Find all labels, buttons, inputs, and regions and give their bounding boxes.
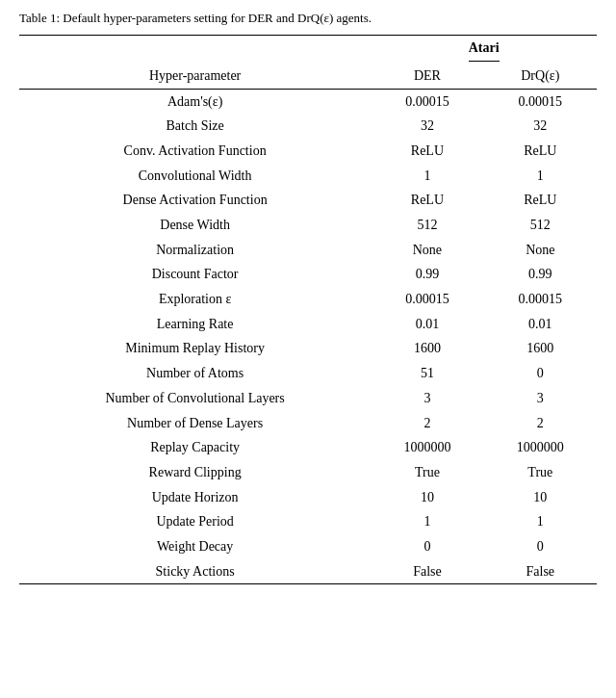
der-value-cell: 0.01 — [371, 312, 483, 337]
drq-value-cell: ReLU — [484, 139, 597, 164]
param-name-cell: Update Horizon — [19, 485, 371, 510]
der-value-cell: 0.00015 — [371, 287, 483, 312]
table-row: Convolutional Width 1 1 — [19, 164, 597, 189]
param-name-cell: Number of Atoms — [19, 361, 371, 386]
param-name-cell: Batch Size — [19, 114, 371, 139]
param-name-cell: Number of Convolutional Layers — [19, 386, 371, 411]
drq-value-cell: 0.00015 — [484, 89, 597, 114]
der-col-header: DER — [371, 64, 483, 89]
drq-value-cell: 0 — [484, 361, 597, 386]
atari-header: Atari — [371, 36, 597, 64]
table-row: Dense Activation Function ReLU ReLU — [19, 188, 597, 213]
der-value-cell: 1 — [371, 509, 483, 534]
table-row: Minimum Replay History 1600 1600 — [19, 336, 597, 361]
param-name-cell: Conv. Activation Function — [19, 139, 371, 164]
der-value-cell: 1600 — [371, 336, 483, 361]
drq-value-cell: 0 — [484, 534, 597, 559]
der-value-cell: 1000000 — [371, 435, 483, 460]
empty-header — [19, 36, 371, 64]
der-value-cell: 512 — [371, 213, 483, 238]
drq-value-cell: 1600 — [484, 336, 597, 361]
param-name-cell: Adam's(ε) — [19, 89, 371, 114]
table-row: Weight Decay 0 0 — [19, 534, 597, 559]
der-value-cell: 32 — [371, 114, 483, 139]
drq-value-cell: 10 — [484, 485, 597, 510]
table-caption: Table 1: Default hyper-parameters settin… — [19, 10, 597, 27]
der-value-cell: ReLU — [371, 188, 483, 213]
param-name-cell: Replay Capacity — [19, 435, 371, 460]
der-value-cell: None — [371, 238, 483, 263]
param-name-cell: Weight Decay — [19, 534, 371, 559]
table-row: Number of Dense Layers 2 2 — [19, 411, 597, 436]
table-row: Update Horizon 10 10 — [19, 485, 597, 510]
atari-header-row: Atari — [19, 36, 597, 64]
der-value-cell: 3 — [371, 386, 483, 411]
drq-value-cell: ReLU — [484, 188, 597, 213]
hyper-parameters-table: Atari Hyper-parameter DER DrQ(ε) Adam's(… — [19, 35, 597, 584]
table-row: Replay Capacity 1000000 1000000 — [19, 435, 597, 460]
param-name-cell: Normalization — [19, 238, 371, 263]
table-row: Number of Atoms 51 0 — [19, 361, 597, 386]
der-value-cell: False — [371, 559, 483, 584]
drq-value-cell: 1000000 — [484, 435, 597, 460]
table-row: Dense Width 512 512 — [19, 213, 597, 238]
table-row: Update Period 1 1 — [19, 509, 597, 534]
param-name-cell: Update Period — [19, 509, 371, 534]
table-row: Learning Rate 0.01 0.01 — [19, 312, 597, 337]
param-name-cell: Sticky Actions — [19, 559, 371, 584]
drq-value-cell: 3 — [484, 386, 597, 411]
table-row: Discount Factor 0.99 0.99 — [19, 262, 597, 287]
param-name-cell: Dense Activation Function — [19, 188, 371, 213]
der-value-cell: 10 — [371, 485, 483, 510]
drq-value-cell: True — [484, 460, 597, 485]
drq-value-cell: 32 — [484, 114, 597, 139]
param-name-cell: Discount Factor — [19, 262, 371, 287]
drq-value-cell: None — [484, 238, 597, 263]
drq-value-cell: 0.01 — [484, 312, 597, 337]
col-headers-row: Hyper-parameter DER DrQ(ε) — [19, 64, 597, 89]
drq-value-cell: False — [484, 559, 597, 584]
drq-value-cell: 0.00015 — [484, 287, 597, 312]
table-row: Reward Clipping True True — [19, 460, 597, 485]
der-value-cell: 1 — [371, 164, 483, 189]
table-row: Batch Size 32 32 — [19, 114, 597, 139]
table-row: Adam's(ε) 0.00015 0.00015 — [19, 89, 597, 114]
drq-value-cell: 0.99 — [484, 262, 597, 287]
table-row: Sticky Actions False False — [19, 559, 597, 584]
param-name-cell: Exploration ε — [19, 287, 371, 312]
param-name-cell: Minimum Replay History — [19, 336, 371, 361]
drq-value-cell: 1 — [484, 509, 597, 534]
drq-col-header: DrQ(ε) — [484, 64, 597, 89]
drq-value-cell: 512 — [484, 213, 597, 238]
der-value-cell: True — [371, 460, 483, 485]
drq-value-cell: 1 — [484, 164, 597, 189]
param-name-cell: Number of Dense Layers — [19, 411, 371, 436]
der-value-cell: 0 — [371, 534, 483, 559]
param-name-cell: Convolutional Width — [19, 164, 371, 189]
table-row: Number of Convolutional Layers 3 3 — [19, 386, 597, 411]
table-row: Normalization None None — [19, 238, 597, 263]
param-col-header: Hyper-parameter — [19, 64, 371, 89]
der-value-cell: 0.99 — [371, 262, 483, 287]
der-value-cell: ReLU — [371, 139, 483, 164]
der-value-cell: 0.00015 — [371, 89, 483, 114]
param-name-cell: Dense Width — [19, 213, 371, 238]
der-value-cell: 51 — [371, 361, 483, 386]
drq-value-cell: 2 — [484, 411, 597, 436]
param-name-cell: Reward Clipping — [19, 460, 371, 485]
der-value-cell: 2 — [371, 411, 483, 436]
table-row: Conv. Activation Function ReLU ReLU — [19, 139, 597, 164]
table-row: Exploration ε 0.00015 0.00015 — [19, 287, 597, 312]
param-name-cell: Learning Rate — [19, 312, 371, 337]
